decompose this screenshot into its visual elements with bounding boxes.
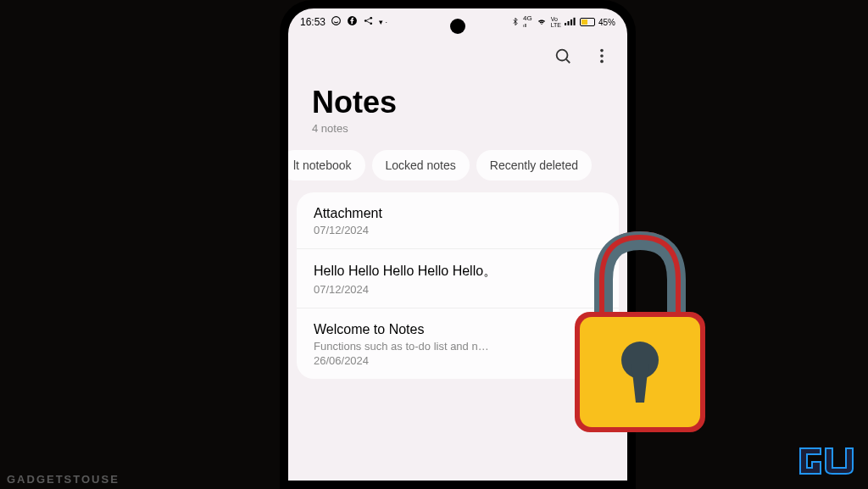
svg-rect-5 [565, 23, 566, 25]
more-indicator: ▾ · [379, 18, 387, 26]
watermark-text: GADGETSTOUSE [7, 473, 120, 486]
battery-icon [580, 18, 595, 26]
share-icon [363, 15, 374, 29]
app-header [288, 36, 627, 76]
search-icon [554, 47, 572, 65]
tab-locked-notes[interactable]: Locked notes [372, 150, 470, 181]
wifi-icon [536, 16, 548, 28]
brand-logo [797, 440, 856, 481]
svg-rect-7 [570, 19, 572, 25]
svg-line-10 [566, 59, 570, 63]
gu-logo-icon [797, 440, 856, 481]
bluetooth-icon [511, 16, 520, 29]
lock-graphic [551, 212, 729, 449]
tab-recently-deleted[interactable]: Recently deleted [476, 150, 592, 181]
more-button[interactable] [592, 46, 612, 66]
whatsapp-icon [331, 15, 342, 29]
filter-tabs: lt notebook Locked notes Recently delete… [288, 150, 627, 192]
page-title: Notes [312, 85, 604, 120]
camera-notch [450, 19, 465, 34]
status-time: 16:53 [300, 16, 326, 28]
svg-point-11 [600, 49, 604, 53]
svg-rect-8 [573, 18, 575, 25]
svg-point-12 [600, 54, 604, 58]
battery-percent: 45% [598, 18, 615, 27]
svg-point-3 [370, 17, 372, 19]
lock-icon [551, 212, 729, 449]
svg-point-0 [332, 17, 341, 25]
status-bar-left: 16:53 ▾ · [300, 15, 387, 29]
volte-label: VoLTE [551, 16, 561, 28]
status-bar-right: 4Gıll VoLTE 45% [511, 15, 615, 29]
notes-count: 4 notes [312, 122, 604, 135]
title-section: Notes 4 notes [288, 76, 627, 150]
svg-point-9 [557, 50, 568, 61]
svg-point-4 [370, 22, 372, 25]
search-button[interactable] [553, 46, 573, 66]
more-vertical-icon [593, 47, 611, 65]
facebook-icon [347, 15, 358, 29]
svg-point-13 [600, 60, 604, 64]
svg-rect-6 [567, 21, 569, 25]
network-type: 4Gıll [523, 15, 532, 29]
svg-point-2 [364, 19, 367, 22]
signal-icon [565, 16, 576, 28]
tab-notebook[interactable]: lt notebook [288, 150, 365, 181]
